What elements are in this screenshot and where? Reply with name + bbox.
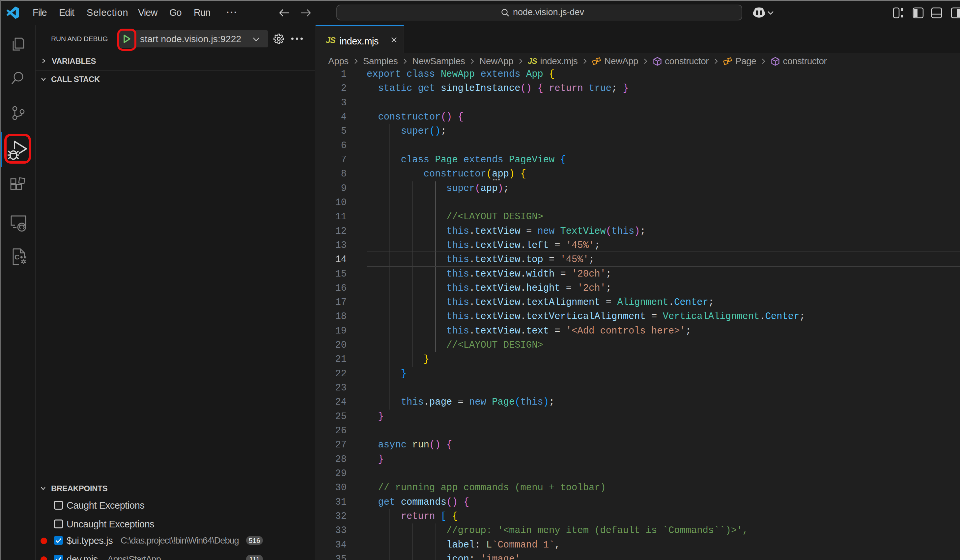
svg-text:C: C [14,253,19,261]
